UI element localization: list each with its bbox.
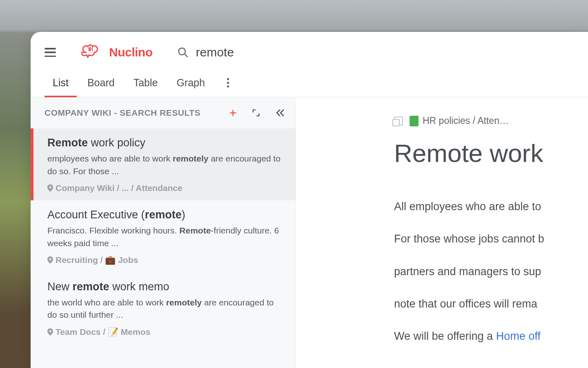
result-snippet: the world who are able to work remotely … bbox=[47, 296, 282, 321]
result-path: Team Docs / 📝 Memos bbox=[47, 327, 282, 337]
expand-icon[interactable] bbox=[252, 108, 261, 117]
result-title: Account Executive (remote) bbox=[47, 208, 282, 222]
link[interactable]: Home off bbox=[496, 330, 541, 342]
search-results: Remote work policy employees who are abl… bbox=[31, 128, 296, 368]
document-pane: HR policies / Atten… Remote work All emp… bbox=[296, 97, 588, 368]
tab-list[interactable]: List bbox=[53, 77, 69, 97]
svg-line-1 bbox=[184, 54, 187, 57]
app-window: Nuclino List Board Table Graph COMPANY W… bbox=[31, 32, 588, 368]
search-input[interactable] bbox=[196, 45, 359, 59]
result-title: Remote work policy bbox=[47, 136, 282, 150]
sidebar: COMPANY WIKI - SEARCH RESULTS + Remote w… bbox=[31, 97, 296, 368]
menu-icon[interactable] bbox=[45, 48, 56, 57]
paragraph: For those whose jobs cannot b bbox=[394, 229, 588, 249]
search-icon[interactable] bbox=[177, 47, 189, 58]
logo-text: Nuclino bbox=[109, 45, 153, 59]
add-icon[interactable]: + bbox=[229, 106, 237, 119]
result-path: Company Wiki / ... / Attendance bbox=[47, 183, 282, 193]
result-title: New remote work memo bbox=[47, 280, 282, 294]
tab-table[interactable]: Table bbox=[134, 77, 158, 97]
tab-graph[interactable]: Graph bbox=[176, 77, 205, 97]
paragraph: All employees who are able to bbox=[394, 196, 588, 217]
search-result[interactable]: Account Executive (remote) Francisco. Fl… bbox=[31, 200, 296, 272]
book-icon bbox=[410, 116, 419, 126]
paragraph: We will be offering a Home off bbox=[394, 326, 588, 347]
header: Nuclino bbox=[31, 32, 588, 65]
page-title: Remote work bbox=[394, 139, 588, 168]
tab-board[interactable]: Board bbox=[87, 77, 115, 97]
result-snippet: Francisco. Flexible working hours. Remot… bbox=[47, 224, 282, 249]
sidebar-title: COMPANY WIKI - SEARCH RESULTS bbox=[45, 108, 200, 118]
location-icon bbox=[47, 256, 53, 264]
view-tabs: List Board Table Graph bbox=[31, 65, 588, 97]
more-icon[interactable] bbox=[227, 78, 229, 96]
location-icon bbox=[47, 328, 53, 336]
logo[interactable]: Nuclino bbox=[81, 43, 153, 61]
stack-icon bbox=[394, 117, 403, 126]
breadcrumb-text: HR policies / Atten… bbox=[423, 115, 509, 126]
brain-icon bbox=[81, 43, 104, 61]
breadcrumb[interactable]: HR policies / Atten… bbox=[394, 115, 588, 126]
search-area bbox=[177, 45, 359, 59]
paragraph: partners and managers to sup bbox=[394, 261, 588, 282]
sidebar-header: COMPANY WIKI - SEARCH RESULTS + bbox=[31, 97, 296, 128]
search-result[interactable]: New remote work memo the world who are a… bbox=[31, 272, 296, 344]
location-icon bbox=[47, 184, 53, 192]
result-path: Recruiting / 💼 Jobs bbox=[47, 255, 282, 265]
result-snippet: employees who are able to work remotely … bbox=[47, 153, 282, 177]
search-result[interactable]: Remote work policy employees who are abl… bbox=[31, 128, 296, 200]
collapse-icon[interactable] bbox=[275, 109, 285, 117]
paragraph: note that our offices will rema bbox=[394, 294, 588, 314]
body: COMPANY WIKI - SEARCH RESULTS + Remote w… bbox=[31, 97, 588, 368]
